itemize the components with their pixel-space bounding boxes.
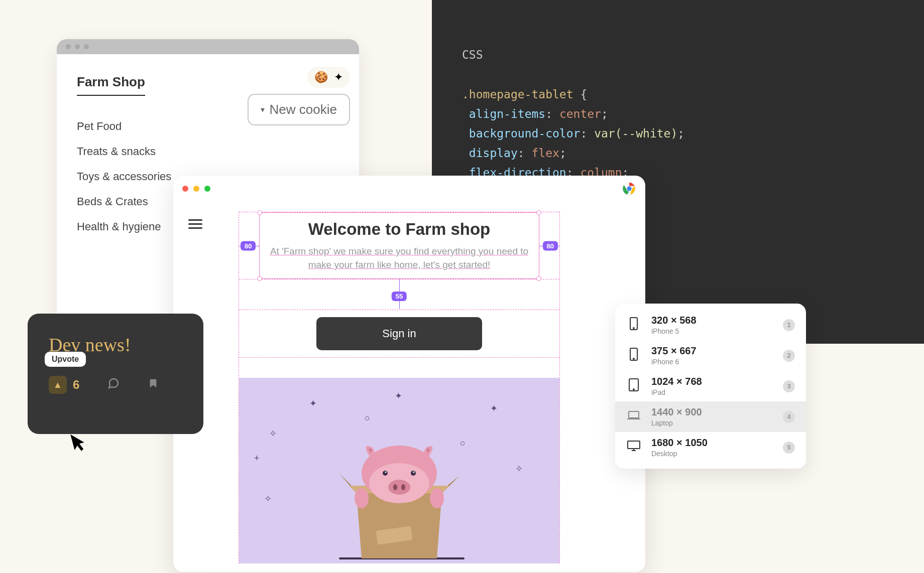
device-name: Laptop [651, 419, 773, 427]
bookmark-icon[interactable] [148, 378, 159, 392]
hero-illustration: ✦ ✦ ✦ ✧ ○ ○ ✧ ✧ + [239, 378, 559, 563]
device-index-badge: 5 [783, 442, 795, 454]
hamburger-menu-icon[interactable] [188, 217, 202, 231]
phone-icon [626, 317, 641, 334]
upvote-arrow-icon: ▲ [53, 380, 62, 390]
resize-handle[interactable] [257, 210, 262, 215]
svg-point-22 [633, 389, 634, 390]
device-name: iPhone 5 [651, 327, 773, 335]
hero-section: Welcome to Farm shop At 'Farm shop' we m… [239, 212, 559, 279]
svg-point-13 [385, 472, 387, 473]
laptop-icon [626, 410, 641, 423]
device-name: iPad [651, 388, 773, 396]
svg-point-11 [383, 471, 388, 476]
cookie-toggle[interactable]: 🍪 ✦ [307, 67, 350, 88]
device-name: iPhone 6 [651, 358, 773, 366]
dev-news-card: Dev news! Upvote ▲ 6 [28, 314, 203, 434]
comment-icon[interactable] [107, 377, 120, 392]
phone-icon [626, 347, 641, 364]
upvote-tooltip: Upvote [45, 352, 86, 367]
svg-point-9 [393, 484, 397, 490]
svg-point-20 [633, 358, 634, 359]
spacer-badge-left: 80 [241, 241, 256, 250]
css-selector: .homepage-tablet [462, 88, 573, 101]
device-index-badge: 4 [783, 411, 795, 423]
svg-point-10 [401, 484, 405, 490]
selected-text-block[interactable]: Welcome to Farm shop At 'Farm shop' we m… [259, 212, 539, 279]
svg-point-12 [411, 471, 416, 476]
tablet-icon [626, 378, 641, 395]
device-dimensions: 320 × 568 [651, 315, 773, 326]
minimize-dot[interactable] [193, 186, 199, 192]
svg-point-3 [627, 186, 631, 191]
device-index-badge: 2 [783, 350, 795, 362]
upvote-count: 6 [73, 378, 79, 392]
device-size-picker: 320 × 568 iPhone 5 1 375 × 667 iPhone 6 … [615, 304, 806, 469]
desktop-icon [626, 440, 641, 455]
device-row-ipad[interactable]: 1024 × 768 iPad 3 [615, 371, 806, 401]
new-cookie-button[interactable]: ▾ New cookie [248, 94, 350, 125]
resize-handle[interactable] [257, 276, 262, 281]
hero-subheading: At 'Farm shop' we make sure you find eve… [263, 245, 536, 271]
chrome-icon [622, 182, 636, 196]
cursor-icon [70, 431, 92, 459]
spacer-badge-bottom: 55 [392, 292, 407, 301]
device-row-desktop[interactable]: 1680 × 1050 Desktop 5 [615, 432, 806, 463]
cookie-icon: 🍪 [314, 71, 328, 84]
pig-in-box-illustration [309, 413, 490, 563]
svg-point-18 [633, 328, 634, 329]
window-dot [84, 44, 89, 49]
device-row-laptop[interactable]: 1440 × 900 Laptop 4 [615, 401, 806, 432]
device-dimensions: 375 × 667 [651, 345, 773, 357]
maximize-dot[interactable] [204, 186, 210, 192]
resize-handle[interactable] [536, 210, 541, 215]
browser-preview-window: Welcome to Farm shop At 'Farm shop' we m… [173, 176, 645, 572]
svg-point-8 [388, 480, 410, 495]
code-language-label: CSS [462, 45, 894, 65]
sidebar-title: Farm Shop [77, 74, 145, 96]
caret-down-icon: ▾ [261, 105, 265, 114]
browser-titlebar [173, 176, 645, 202]
window-dot [75, 44, 80, 49]
window-titlebar [57, 39, 359, 54]
svg-point-15 [355, 488, 369, 508]
device-name: Desktop [651, 450, 773, 458]
design-canvas: Welcome to Farm shop At 'Farm shop' we m… [239, 212, 560, 563]
resize-handle[interactable] [536, 276, 541, 281]
svg-point-14 [413, 472, 415, 473]
sign-in-button[interactable]: Sign in [316, 317, 482, 350]
device-row-iphone5[interactable]: 320 × 568 iPhone 5 1 [615, 310, 806, 340]
spacer-badge-right: 80 [543, 241, 558, 250]
device-dimensions: 1680 × 1050 [651, 437, 773, 449]
window-dot [66, 44, 71, 49]
sidebar-item-treats[interactable]: Treats & snacks [77, 139, 339, 164]
new-cookie-label: New cookie [270, 102, 337, 117]
device-row-iphone6[interactable]: 375 × 667 iPhone 6 2 [615, 340, 806, 371]
upvote-group: Upvote ▲ 6 [49, 376, 79, 394]
hero-heading: Welcome to Farm shop [263, 220, 536, 239]
device-index-badge: 1 [783, 319, 795, 331]
upvote-button[interactable]: ▲ [49, 376, 67, 394]
close-dot[interactable] [182, 186, 188, 192]
extension-icon: ✦ [334, 71, 343, 84]
button-section: Sign in [239, 310, 559, 358]
device-index-badge: 3 [783, 380, 795, 392]
svg-point-16 [430, 488, 444, 508]
svg-rect-23 [629, 411, 639, 418]
svg-rect-24 [628, 441, 640, 449]
device-dimensions: 1440 × 900 [651, 406, 773, 418]
device-dimensions: 1024 × 768 [651, 376, 773, 387]
